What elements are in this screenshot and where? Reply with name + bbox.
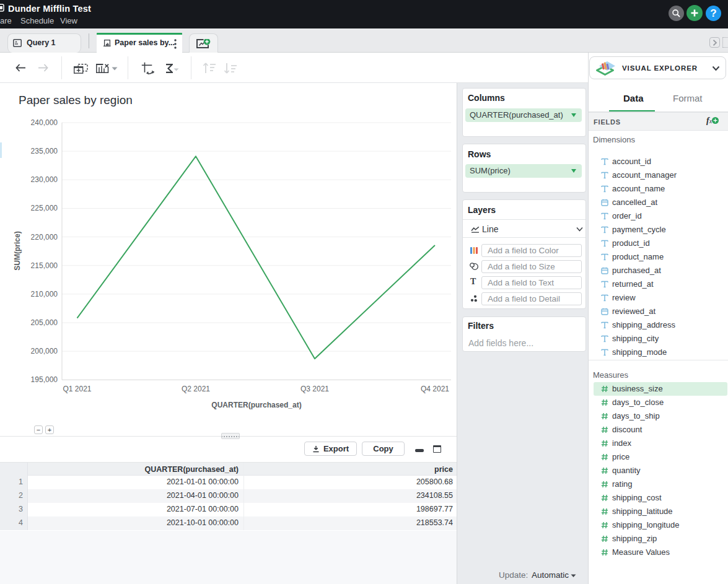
svg-text:210,000: 210,000	[31, 290, 58, 299]
svg-text:QUARTER(purchased_at): QUARTER(purchased_at)	[211, 401, 301, 409]
svg-text:220,000: 220,000	[31, 233, 58, 242]
svg-text:235,000: 235,000	[31, 147, 58, 155]
svg-text:215,000: 215,000	[31, 261, 58, 270]
svg-text:195,000: 195,000	[31, 375, 58, 384]
svg-text:200,000: 200,000	[31, 347, 58, 355]
svg-text:Q4 2021: Q4 2021	[421, 385, 449, 393]
svg-text:Q3 2021: Q3 2021	[300, 385, 329, 393]
svg-text:Q2 2021: Q2 2021	[182, 385, 210, 393]
svg-text:SUM(price): SUM(price)	[13, 231, 22, 270]
svg-text:240,000: 240,000	[31, 118, 58, 127]
svg-text:205,000: 205,000	[31, 318, 58, 327]
svg-text:230,000: 230,000	[31, 175, 58, 184]
svg-text:Q1 2021: Q1 2021	[63, 385, 91, 393]
svg-text:225,000: 225,000	[31, 204, 58, 212]
